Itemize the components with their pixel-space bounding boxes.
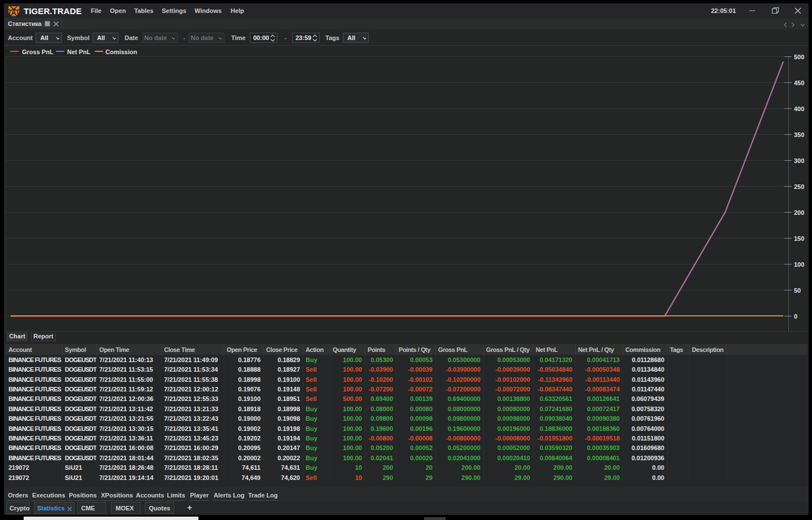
svg-text:300: 300 [794, 157, 804, 164]
svg-text:150: 150 [794, 235, 804, 242]
svg-text:500: 500 [794, 54, 804, 60]
svg-text:400: 400 [794, 105, 804, 112]
svg-text:450: 450 [794, 80, 804, 86]
svg-text:350: 350 [794, 131, 804, 138]
svg-text:100: 100 [794, 261, 804, 268]
svg-text:250: 250 [794, 183, 804, 190]
svg-text:0: 0 [794, 313, 797, 320]
svg-text:200: 200 [794, 209, 804, 216]
svg-text:50: 50 [794, 287, 801, 294]
